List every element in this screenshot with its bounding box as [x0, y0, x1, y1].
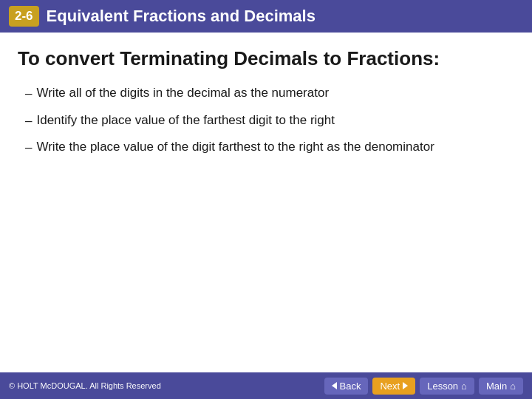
back-arrow-icon [332, 382, 337, 389]
header-title: Equivalent Fractions and Decimals [47, 7, 316, 26]
lesson-badge: 2-6 [9, 6, 39, 27]
slide-container: 2-6 Equivalent Fractions and Decimals To… [0, 0, 532, 399]
bullet-list: – Write all of the digits in the decimal… [25, 83, 514, 157]
main-content: To convert Terminating Decimals to Fract… [0, 33, 532, 372]
lesson-label: Lesson [427, 381, 458, 392]
bullet-text: Write the place value of the digit farth… [36, 137, 514, 157]
bullet-text: Write all of the digits in the decimal a… [36, 83, 514, 103]
bullet-dash: – [25, 84, 32, 103]
lesson-button[interactable]: Lesson ⌂ [420, 378, 474, 395]
bullet-dash: – [25, 112, 32, 131]
list-item: – Write all of the digits in the decimal… [25, 83, 514, 103]
list-item: – Write the place value of the digit far… [25, 137, 514, 157]
header-bar: 2-6 Equivalent Fractions and Decimals [0, 0, 532, 33]
main-label: Main [486, 381, 507, 392]
back-button[interactable]: Back [324, 378, 369, 395]
footer: © HOLT McDOUGAL. All Rights Reserved Bac… [0, 372, 532, 399]
bullet-dash: – [25, 138, 32, 157]
list-item: – Identify the place value of the farthe… [25, 111, 514, 131]
footer-nav: Back Next Lesson ⌂ Main ⌂ [324, 378, 523, 395]
back-label: Back [340, 381, 361, 392]
next-label: Next [380, 381, 400, 392]
main-icon: ⌂ [510, 381, 516, 392]
main-button[interactable]: Main ⌂ [479, 378, 523, 395]
section-title: To convert Terminating Decimals to Fract… [18, 47, 514, 70]
bullet-text: Identify the place value of the farthest… [36, 111, 514, 130]
next-arrow-icon [403, 382, 408, 389]
footer-copyright: © HOLT McDOUGAL. All Rights Reserved [9, 381, 161, 390]
next-button[interactable]: Next [372, 378, 415, 395]
home-icon: ⌂ [461, 381, 467, 392]
